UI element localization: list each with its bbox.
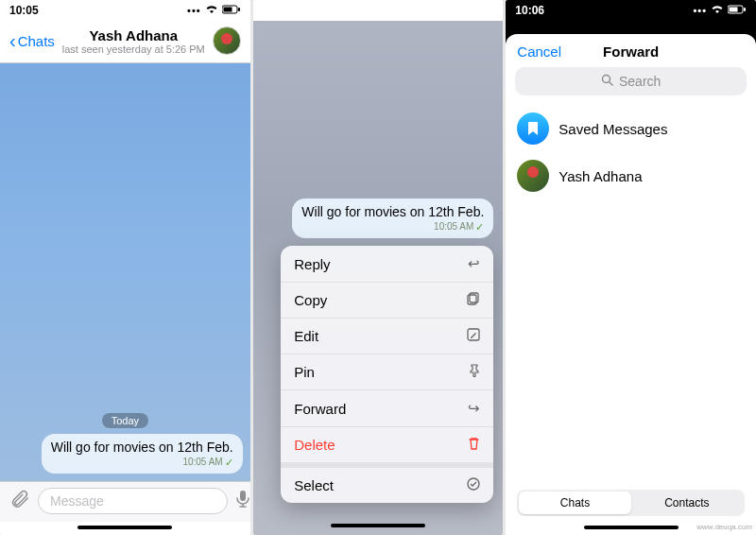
chat-title-wrap[interactable]: Yash Adhana last seen yesterday at 5:26 … (55, 27, 213, 55)
overlay: Will go for movies on 12th Feb. 10:05 AM… (253, 21, 504, 535)
wifi-icon (205, 5, 218, 16)
segmented-control: Chats Contacts (517, 490, 745, 516)
search-input[interactable]: Search (515, 67, 747, 95)
menu-delete[interactable]: Delete (281, 427, 493, 468)
wifi-icon (711, 5, 724, 16)
menu-label: Edit (294, 328, 318, 344)
menu-reply[interactable]: Reply ↩ (281, 246, 493, 283)
message-meta: 10:05 AM ✓ (301, 221, 484, 233)
segment-contacts[interactable]: Contacts (631, 492, 743, 514)
menu-label: Delete (294, 437, 335, 453)
copy-icon (467, 292, 480, 308)
search-icon (601, 74, 613, 89)
sheet-header: Cancel Forward (506, 34, 756, 67)
bookmark-icon (517, 112, 549, 145)
svg-point-7 (468, 478, 479, 490)
trash-icon (468, 437, 480, 453)
message-time: 10:05 AM (434, 221, 473, 233)
list-item-label: Saved Messages (558, 121, 667, 137)
menu-label: Select (294, 477, 334, 493)
svg-rect-3 (240, 491, 246, 501)
svg-rect-10 (744, 8, 746, 11)
chat-title: Yash Adhana (55, 27, 213, 43)
input-bar (0, 481, 250, 522)
status-bar: 10:06 ••• (506, 0, 756, 21)
context-menu: Reply ↩ Copy Edit Pin (281, 246, 493, 503)
chat-area[interactable]: Today Will go for movies on 12th Feb. 10… (0, 63, 250, 481)
message-bubble[interactable]: Will go for movies on 12th Feb. 10:05 AM… (292, 198, 493, 238)
menu-pin[interactable]: Pin (281, 354, 493, 390)
message-time: 10:05 AM (182, 457, 222, 469)
battery-icon (222, 5, 241, 16)
cellular-icon: ••• (187, 5, 201, 16)
chat-subtitle: last seen yesterday at 5:26 PM (55, 43, 213, 55)
status-right: ••• (187, 5, 241, 16)
attach-icon[interactable] (9, 488, 30, 514)
edit-icon (467, 328, 480, 344)
forward-sheet: Cancel Forward Search Saved Messages Yas… (506, 34, 756, 535)
avatar (517, 160, 549, 192)
list-item-saved[interactable]: Saved Messages (506, 105, 756, 152)
message-input[interactable] (38, 488, 228, 514)
watermark: www.deuqa.com (696, 523, 752, 531)
search-wrap: Search (506, 67, 756, 105)
screen-context-menu: Will go for movies on 12th Feb. 10:05 AM… (253, 0, 504, 535)
forward-icon: ↪ (468, 400, 480, 417)
menu-label: Reply (294, 256, 330, 272)
menu-label: Pin (294, 364, 315, 380)
status-time: 10:06 (515, 4, 544, 17)
menu-label: Forward (294, 401, 346, 417)
status-time: 10:05 (9, 4, 39, 17)
screen-chat: 10:05 ••• ‹ Chats Yash Adhana last seen … (0, 0, 250, 535)
cellular-icon: ••• (693, 5, 707, 16)
svg-rect-9 (730, 8, 738, 12)
message-text: Will go for movies on 12th Feb. (301, 204, 484, 219)
mic-icon[interactable] (235, 490, 250, 513)
status-bar: 10:05 ••• (0, 0, 250, 21)
segment-chats[interactable]: Chats (519, 492, 630, 514)
check-icon: ✓ (475, 221, 484, 233)
sheet-title: Forward (603, 43, 659, 60)
home-indicator (331, 524, 425, 527)
home-indicator (584, 526, 679, 529)
message-text: Will go for movies on 12th Feb. (51, 440, 233, 455)
search-placeholder: Search (619, 74, 661, 89)
svg-rect-2 (238, 8, 240, 11)
forward-list: Saved Messages Yash Adhana (506, 105, 756, 482)
screen-forward: 10:06 ••• Cancel Forward Search (506, 0, 756, 535)
cancel-button[interactable]: Cancel (517, 43, 561, 60)
home-indicator (77, 526, 172, 529)
message-meta: 10:05 AM ✓ (51, 457, 233, 469)
date-pill: Today (102, 413, 148, 428)
menu-label: Copy (294, 292, 327, 308)
menu-select[interactable]: Select (281, 468, 493, 503)
menu-forward[interactable]: Forward ↪ (281, 390, 493, 427)
message-bubble[interactable]: Will go for movies on 12th Feb. 10:05 AM… (42, 434, 243, 474)
back-button[interactable]: ‹ Chats (9, 31, 55, 50)
list-item-user[interactable]: Yash Adhana (506, 152, 756, 199)
reply-icon: ↩ (468, 255, 480, 272)
avatar[interactable] (213, 26, 241, 55)
pin-icon (469, 364, 480, 380)
chevron-left-icon: ‹ (9, 31, 16, 50)
status-bar (253, 0, 504, 21)
menu-copy[interactable]: Copy (281, 283, 493, 319)
list-item-label: Yash Adhana (558, 168, 642, 184)
select-icon (467, 477, 480, 493)
status-right: ••• (693, 5, 747, 16)
battery-icon (728, 5, 747, 16)
svg-point-11 (603, 76, 610, 83)
check-icon: ✓ (225, 457, 233, 469)
svg-rect-1 (223, 8, 232, 12)
back-label: Chats (18, 33, 55, 49)
chat-header: ‹ Chats Yash Adhana last seen yesterday … (0, 21, 250, 63)
menu-edit[interactable]: Edit (281, 319, 493, 354)
